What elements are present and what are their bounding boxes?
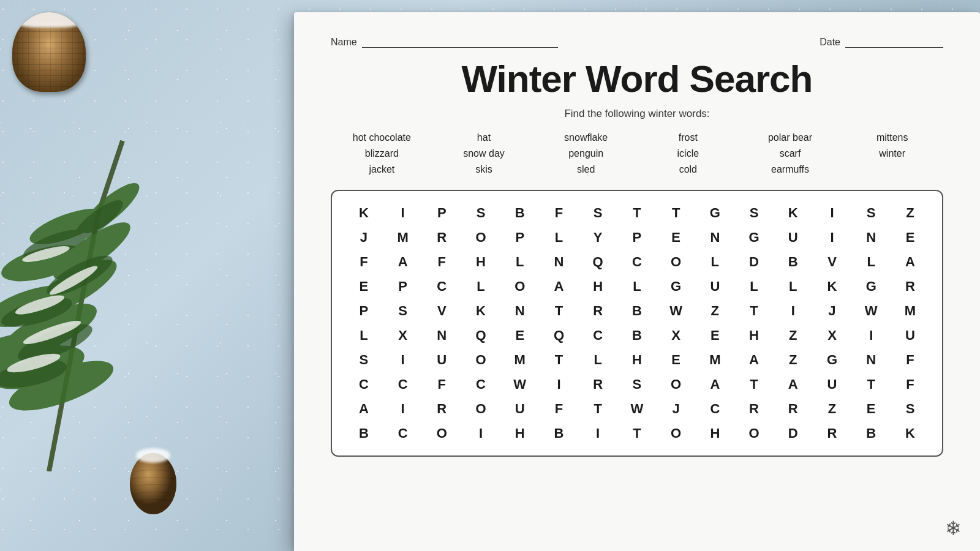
word-item: frost [637,131,739,144]
grid-cell: H [578,274,617,299]
grid-cell: E [500,323,540,348]
grid-cell: Y [578,225,617,250]
grid-cell: P [344,299,383,323]
pinecone-bottom [123,447,184,514]
date-label: Date [820,37,840,48]
word-list: hot chocolatehatsnowflakefrostpolar bear… [331,131,943,176]
grid-cell: O [657,250,696,274]
grid-cell: O [422,421,461,446]
word-item: earmuffs [739,163,842,176]
grid-cell: S [891,397,930,421]
grid-cell: W [500,372,540,397]
grid-cell: C [617,250,657,274]
snowflake-icon: ❄ [945,517,962,540]
grid-cell: R [578,299,617,323]
word-item: skis [433,163,535,176]
grid-cell: F [891,372,930,397]
grid-cell: S [461,201,500,225]
grid-cell: U [774,225,813,250]
grid-cell: E [657,348,696,372]
grid-cell: I [383,348,423,372]
word-item: icicle [637,147,739,160]
grid-cell: S [851,201,891,225]
date-line[interactable] [845,37,943,48]
grid-cell: Q [578,250,617,274]
date-section: Date [820,37,943,48]
grid-cell: A [695,372,734,397]
grid-row: EPCLOAHLGULLKGR [344,274,930,299]
grid-cell: B [344,421,383,446]
paper-sheet: Name Date Winter Word Search Find the fo… [294,12,980,551]
grid-cell: U [422,348,461,372]
word-item: penguin [535,147,637,160]
grid-cell: L [578,348,617,372]
grid-cell: O [500,274,540,299]
word-item: polar bear [739,131,842,144]
grid-cell: N [422,323,461,348]
grid-cell: E [344,274,383,299]
grid-cell: W [851,299,891,323]
grid-cell: P [422,201,461,225]
grid-cell: O [461,225,500,250]
grid-cell: L [774,274,813,299]
grid-cell: C [578,323,617,348]
grid-cell: P [617,225,657,250]
grid-cell: O [461,397,500,421]
grid-cell: M [891,299,930,323]
grid-cell: B [617,299,657,323]
grid-cell: I [813,225,852,250]
grid-row: LXNQEQCBXEHZXIU [344,323,930,348]
grid-cell: T [734,299,774,323]
name-line[interactable] [362,37,558,48]
grid-cell: N [851,225,891,250]
grid-cell: N [500,299,540,323]
grid-cell: P [500,225,540,250]
grid-cell: O [734,421,774,446]
grid-cell: A [891,250,930,274]
grid-row: SIUOMTLHEMAZGNF [344,348,930,372]
word-item: hat [433,131,535,144]
grid-cell: L [851,250,891,274]
pine-branches [0,92,233,471]
word-item: hot chocolate [331,131,433,144]
grid-cell: H [617,348,657,372]
grid-cell: A [774,372,813,397]
grid-cell: F [540,201,579,225]
grid-cell: H [461,250,500,274]
grid-cell: S [617,372,657,397]
grid-cell: T [617,201,657,225]
grid-row: BCOIHBITOHODRBK [344,421,930,446]
grid-cell: K [774,201,813,225]
grid-cell: E [891,225,930,250]
grid-cell: E [657,225,696,250]
grid-cell: K [461,299,500,323]
grid-cell: B [851,421,891,446]
grid-cell: T [540,348,579,372]
grid-cell: T [734,372,774,397]
grid-cell: Q [461,323,500,348]
grid-cell: H [695,421,734,446]
grid-cell: N [695,225,734,250]
word-search-grid-container: KIPSBFSTTGSKISZJMROPLYPENGUINEFAFHLNQCOL… [331,190,943,457]
grid-cell: I [461,421,500,446]
grid-cell: Z [813,397,852,421]
name-section: Name [331,37,558,48]
grid-cell: C [383,372,423,397]
grid-cell: T [540,299,579,323]
grid-cell: F [891,348,930,372]
grid-row: AIROUFTWJCRRZES [344,397,930,421]
grid-cell: R [734,397,774,421]
grid-cell: F [422,250,461,274]
grid-cell: N [540,250,579,274]
grid-cell: I [813,201,852,225]
grid-cell: A [383,250,423,274]
grid-cell: U [500,397,540,421]
grid-cell: O [657,372,696,397]
grid-cell: I [774,299,813,323]
grid-cell: U [695,274,734,299]
grid-cell: R [422,225,461,250]
word-item: jacket [331,163,433,176]
grid-row: CCFCWIRSOATAUTF [344,372,930,397]
grid-cell: F [540,397,579,421]
grid-cell: Z [774,323,813,348]
